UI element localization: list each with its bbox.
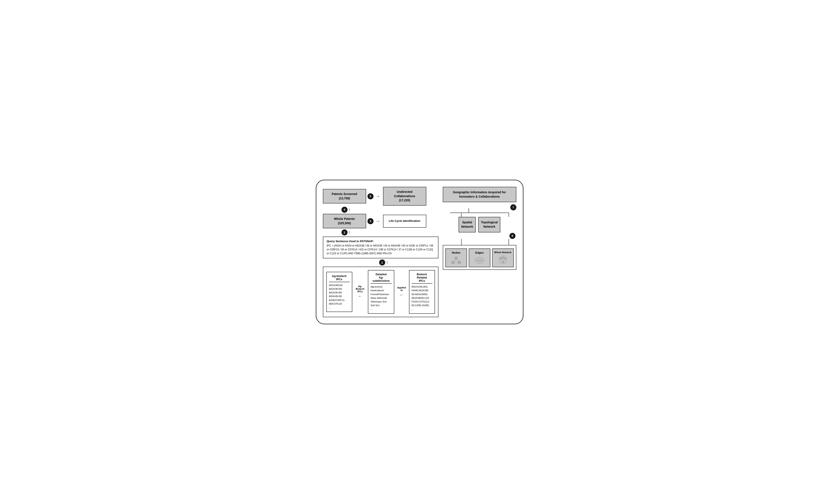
top-row: Patents Screened (13,758) 5 → Undirected… <box>323 187 438 205</box>
geo-tree-container: 7 SpatialNetwork <box>443 204 516 270</box>
metrics-connector <box>443 239 516 245</box>
arrow-left-applied: ← <box>400 292 404 297</box>
main-container: Patents Screened (13,758) 5 → Undirected… <box>316 180 523 324</box>
metrics-outer-box: Nodes <box>443 245 516 270</box>
arrow-left-ag: ← <box>358 294 362 299</box>
arrow-up-1: ↑ <box>386 260 388 265</box>
vert-arrow-2-row: 2 ↑ <box>323 228 438 236</box>
geo-info-box: Geographic Information Acquired forInnov… <box>443 187 516 202</box>
undirected-collab-box: Undirected Collaborations (17,220) <box>383 187 426 205</box>
metrics-row: Nodes <box>445 248 514 267</box>
metrics-v-left <box>461 239 461 245</box>
whole-patents-line2: (325,500) <box>327 221 362 226</box>
query-title: Query Sentence Used in PATSNAP: <box>327 239 435 243</box>
edges-svg <box>474 256 485 265</box>
step-3-circle: 3 <box>367 218 373 224</box>
applied-in-arrow-col: Applied In ← <box>396 286 407 297</box>
ag-biotech-title: Ag-biotechIPCs <box>329 274 350 282</box>
branch-horizontal <box>443 213 516 217</box>
biotech-related-box: Biotech RelatedIPCs A01H1/00,A01H4/00,A6… <box>409 270 435 314</box>
undirected-line1: Undirected Collaborations <box>387 190 422 198</box>
undirected-line2: (17,220) <box>387 198 422 203</box>
ag-biotech-content: A01H/A01N/A61K38-00/A61K39-00/A61K48-00/… <box>329 284 350 310</box>
svg-line-19 <box>503 258 505 262</box>
step-4-circle: 4 <box>342 207 348 213</box>
step-2-circle: 2 <box>342 229 348 235</box>
topological-network-text: TopologicalNetwork <box>481 220 498 229</box>
detailed-ag-content: Agronomy/Horticulture/Forest/Fisheries/D… <box>370 285 392 311</box>
arrow-right-5: → <box>374 194 382 199</box>
vert-arrow-4-row: 4 ↑ <box>323 205 438 214</box>
whole-patents-box: Whole Patents (325,500) <box>323 214 366 228</box>
patents-screened-line1: Patents Screened <box>327 192 362 196</box>
arrow-right-3: → <box>374 218 382 224</box>
spatial-network-box: SpatialNetwork <box>458 217 476 232</box>
biotech-related-content: A01H1/00,A01H4/00,A61K38/00,A61K39/00,A6… <box>412 285 432 311</box>
metrics-v-right <box>509 239 509 245</box>
main-layout: Patents Screened (13,758) 5 → Undirected… <box>323 187 516 317</box>
tree-line-from-geo <box>469 208 469 213</box>
branch-v-right <box>509 213 509 217</box>
life-cycle-text: Life Cycle Identification <box>389 219 420 223</box>
svg-point-8 <box>458 262 460 264</box>
ag-biotech-box: Ag-biotechIPCs A01H/A01N/A61K38-00/A61K3… <box>326 272 352 312</box>
detailed-ag-title: DetailedAg-subdivisions <box>370 273 392 284</box>
nodes-label: Nodes <box>447 251 465 254</box>
whole-network-icon <box>494 255 512 264</box>
svg-point-6 <box>452 262 454 264</box>
ag-biotech-label: Ag-BiotechIPCs <box>354 285 366 293</box>
patents-screened-line2: (13,758) <box>327 196 362 201</box>
whole-patents-line1: Whole Patents <box>327 217 362 221</box>
svg-point-7 <box>455 257 457 259</box>
topological-network-box: TopologicalNetwork <box>478 217 500 232</box>
network-row: SpatialNetwork TopologicalNetwork <box>458 217 500 232</box>
right-section: Geographic Information Acquired forInnov… <box>443 187 516 317</box>
step-1-circle: 1 <box>379 259 385 266</box>
step5-arrow: 5 → <box>366 193 383 199</box>
branch-v-left <box>461 213 461 217</box>
metrics-h-line <box>461 245 509 246</box>
whole-network-label: Whole Network <box>494 251 512 254</box>
whole-network-box: Whole Network <box>492 248 514 267</box>
query-content: IPC = (A01H or A01N or A61K38 / 00 or A6… <box>327 244 435 255</box>
svg-line-18 <box>501 258 503 262</box>
step3-arrow: 3 → <box>366 218 383 224</box>
nodes-box: Nodes <box>445 248 467 267</box>
step-5-circle: 5 <box>367 193 373 199</box>
life-cycle-box: Life Cycle Identification <box>383 215 426 228</box>
patents-screened-box: Patents Screened (13,758) <box>323 189 366 203</box>
spatial-network-text: SpatialNetwork <box>461 220 473 229</box>
branch-h-line <box>450 213 509 213</box>
applied-in-label: Applied In <box>396 286 407 291</box>
geo-info-text: Geographic Information Acquired forInnov… <box>446 190 513 199</box>
left-section: Patents Screened (13,758) 5 → Undirected… <box>323 187 438 317</box>
edges-icon <box>470 256 489 265</box>
whole-network-svg <box>497 255 508 264</box>
edges-box: Edges <box>469 248 490 267</box>
nodes-svg <box>451 256 461 265</box>
biotech-related-title: Biotech RelatedIPCs <box>412 273 432 284</box>
query-box: Query Sentence Used in PATSNAP: IPC = (A… <box>323 236 438 258</box>
ipc-section: Ag-biotechIPCs A01H/A01N/A61K38-00/A61K3… <box>323 267 438 317</box>
step8-row: 8 <box>443 233 516 239</box>
step-7-circle: 7 <box>510 204 516 210</box>
step-8-circle: 8 <box>509 233 515 239</box>
edges-label: Edges <box>470 251 489 254</box>
arrow-up-4: ↑ <box>348 207 351 213</box>
vert-arrow-1-row: 1 ↑ <box>323 258 438 267</box>
detailed-ag-box: DetailedAg-subdivisions Agronomy/Horticu… <box>368 270 394 314</box>
arrow-up-2: ↑ <box>348 230 351 235</box>
mid-row: Whole Patents (325,500) 3 → Life Cycle I… <box>323 214 438 228</box>
ag-biotech-arrow-col: Ag-BiotechIPCs ← <box>354 285 366 299</box>
step7-row: 7 <box>443 204 516 210</box>
nodes-icon <box>447 256 465 265</box>
